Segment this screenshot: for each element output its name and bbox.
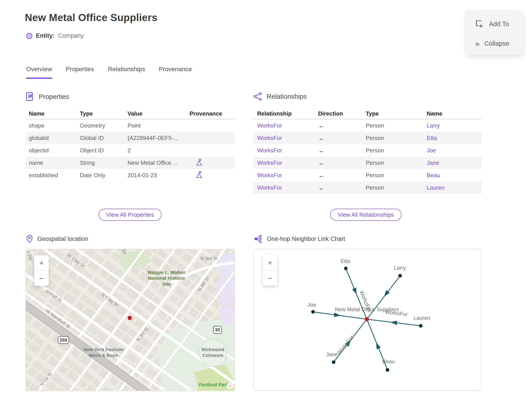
table-row[interactable]: shape Geometry Point [26, 119, 234, 132]
table-row[interactable]: WorksFor ← Person Lauren [253, 182, 481, 194]
tab-relationships[interactable]: Relationships [108, 66, 145, 79]
relationship-link[interactable]: WorksFor [257, 122, 318, 129]
chart-zoom-in-button[interactable]: + [263, 255, 277, 270]
map-pin-icon [26, 235, 33, 243]
collapse-icon: » [475, 39, 479, 48]
relationship-link[interactable]: WorksFor [257, 147, 318, 154]
entity-link[interactable]: Lauren [427, 184, 481, 191]
entity-location-marker[interactable] [128, 316, 132, 320]
relationship-type: Person [366, 122, 427, 129]
page-title: New Metal Office Suppliers [25, 13, 157, 23]
node-jane[interactable] [332, 360, 335, 364]
table-row[interactable]: established Date Only 2014-01-23 [26, 169, 234, 182]
property-type: Object ID [80, 147, 127, 154]
relationship-link[interactable]: WorksFor [257, 184, 318, 191]
route-shield-33: 33 [213, 326, 222, 334]
node-beau[interactable] [386, 368, 389, 372]
col-direction: Direction [318, 110, 366, 117]
relationships-table-header: Relationship Direction Type Name [253, 108, 481, 119]
entity-link[interactable]: Jane [427, 160, 481, 166]
edge-label: WorksFor [336, 334, 355, 356]
table-row[interactable]: WorksFor ← Person Beau [253, 169, 481, 182]
property-value: 2 [127, 147, 190, 154]
property-name: name [29, 160, 80, 166]
node-lauren[interactable] [419, 324, 423, 328]
entity-link[interactable]: Etta [427, 135, 481, 142]
property-value: Point [127, 122, 190, 129]
map-attribution-toggle[interactable]: › [227, 383, 233, 389]
property-type: Geometry [80, 122, 127, 129]
map[interactable]: + − k Rd W Clay St Sa arshall St W Marsh… [26, 249, 235, 391]
properties-icon [26, 92, 34, 101]
node-label: Jane [326, 351, 338, 357]
relationship-type: Person [366, 147, 427, 154]
link-chart-section-title: One-hop Neighbor Link Chart [267, 236, 345, 243]
entity-label: Entity: [36, 32, 54, 39]
arrowhead [352, 287, 359, 295]
relationships-table: Relationship Direction Type Name WorksFo… [253, 108, 481, 194]
provenance-flag-icon[interactable] [196, 171, 202, 178]
table-row[interactable]: objectid Object ID 2 [26, 144, 234, 157]
tab-overview[interactable]: Overview [26, 66, 52, 79]
map-zoom-control: + − [34, 255, 49, 286]
relationships-section-header: Relationships [253, 92, 306, 101]
chart-zoom-out-button[interactable]: − [263, 270, 277, 286]
property-type: Date Only [80, 172, 127, 179]
node-label: Larry [394, 265, 406, 271]
tab-properties[interactable]: Properties [66, 66, 94, 79]
entity-link[interactable]: Joe [427, 147, 481, 154]
table-row[interactable]: WorksFor ← Person Joe [253, 144, 481, 157]
node-etta[interactable] [344, 267, 348, 270]
col-value: Value [127, 110, 190, 117]
property-value: New Metal Office ... [127, 160, 190, 166]
property-provenance [196, 171, 234, 180]
relationship-link[interactable]: WorksFor [257, 172, 318, 179]
relationship-link[interactable]: WorksFor [257, 135, 318, 142]
node-label: Etta [341, 258, 350, 264]
link-chart[interactable]: WorksFor WorksFor WorksFor Etta Larry Jo… [253, 249, 481, 391]
relationship-link[interactable]: WorksFor [257, 160, 318, 166]
property-type: Global ID [80, 135, 127, 142]
node-label: Beau [382, 358, 395, 364]
table-row[interactable]: WorksFor ← Person Larry [253, 119, 481, 132]
add-to-button[interactable]: Add To [466, 15, 523, 32]
node-center-company[interactable] [365, 317, 369, 321]
poi-label-ny-fashion: New York Fashion Mens & Boys [83, 347, 124, 358]
table-row[interactable]: name String New Metal Office ... [26, 157, 234, 169]
tab-provenance[interactable]: Provenance [159, 66, 192, 79]
table-row[interactable]: WorksFor ← Person Etta [253, 132, 481, 144]
col-name: Name [427, 110, 481, 117]
node-larry[interactable] [398, 274, 402, 277]
entity-type-value: Company [58, 32, 84, 39]
chart-zoom-control: + − [263, 255, 277, 286]
direction-arrow: ← [318, 171, 366, 179]
direction-arrow: ← [318, 146, 366, 155]
property-name: globalid [29, 135, 80, 142]
node-label: Joe [308, 302, 316, 308]
entity-type-icon [26, 33, 32, 39]
property-name: established [29, 172, 80, 179]
street-label: N 3rd St [200, 256, 218, 261]
provenance-flag-icon[interactable] [196, 158, 202, 166]
node-joe[interactable] [311, 310, 315, 314]
direction-arrow: ← [318, 134, 366, 142]
map-zoom-out-button[interactable]: − [34, 270, 49, 286]
view-all-properties-button[interactable]: View All Properties [99, 209, 162, 221]
property-provenance [196, 158, 234, 167]
link-chart-canvas: WorksFor WorksFor WorksFor Etta Larry Jo… [254, 249, 481, 390]
relationship-type: Person [366, 172, 427, 179]
add-to-icon [475, 20, 483, 28]
relationship-type: Person [366, 160, 427, 166]
view-all-relationships-button[interactable]: View All Relationships [330, 209, 401, 221]
direction-arrow: ← [318, 184, 366, 192]
map-zoom-in-button[interactable]: + [34, 255, 49, 270]
entity-link[interactable]: Beau [427, 172, 481, 179]
table-row[interactable]: WorksFor ← Person Jane [253, 157, 481, 169]
collapse-button[interactable]: » Collapse [466, 35, 523, 52]
table-row[interactable]: globalid Global ID {A228944F-0EF5-... [26, 132, 234, 144]
entity-link[interactable]: Larry [427, 122, 481, 129]
entity-row: Entity: Company [26, 32, 84, 39]
node-label: Lauren [414, 315, 430, 321]
poi-label-richmond-coliseum: Richmond Coliseum [197, 347, 229, 358]
link-chart-section-header: One-hop Neighbor Link Chart [254, 235, 345, 243]
